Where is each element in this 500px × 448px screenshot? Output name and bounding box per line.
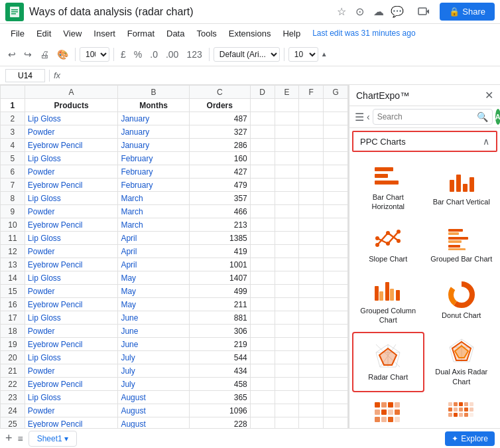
move-icon[interactable]: ⊙ xyxy=(353,4,367,19)
cloud-icon[interactable]: ☁ xyxy=(371,4,387,19)
cell-g22[interactable] xyxy=(324,378,348,391)
col-header-g[interactable]: G xyxy=(324,86,348,99)
cell-a22[interactable]: Eyebrow Pencil xyxy=(25,378,118,391)
table-row[interactable]: 25Eyebrow PencilAugust228 xyxy=(1,417,348,429)
cell-a25[interactable]: Eyebrow Pencil xyxy=(25,417,118,429)
cell-g17[interactable] xyxy=(324,311,348,325)
table-row[interactable]: 24PowderAugust1096 xyxy=(1,404,348,417)
cell-f6[interactable] xyxy=(299,165,324,179)
cell-g20[interactable] xyxy=(324,351,348,364)
cell-a21[interactable]: Powder xyxy=(25,364,118,378)
menu-format[interactable]: Format xyxy=(122,27,160,40)
font-size-select[interactable]: 10 xyxy=(288,47,318,62)
cell-b9[interactable]: March xyxy=(118,205,189,218)
table-row[interactable]: 6PowderFebruary427 xyxy=(1,165,348,179)
cell-a18[interactable]: Powder xyxy=(25,325,118,338)
cell-d2[interactable] xyxy=(250,112,275,125)
chart-item-dual-axis-radar-chart[interactable]: Dual Axis Radar Chart xyxy=(426,332,498,392)
cell-d11[interactable] xyxy=(250,232,275,245)
table-row[interactable]: 21PowderJuly434 xyxy=(1,364,348,378)
cell-g21[interactable] xyxy=(324,364,348,378)
cell-g7[interactable] xyxy=(324,179,348,192)
cell-c22[interactable]: 458 xyxy=(189,378,250,391)
percent-button[interactable]: % xyxy=(131,48,145,61)
cell-a3[interactable]: Powder xyxy=(25,125,118,139)
table-row[interactable]: 8Lip GlossMarch357 xyxy=(1,192,348,205)
redo-button[interactable]: ↪ xyxy=(21,48,34,61)
col-header-a[interactable]: A xyxy=(25,86,118,99)
chat-icon[interactable]: 💬 xyxy=(387,1,408,23)
cell-b10[interactable]: March xyxy=(118,218,189,232)
cell-e20[interactable] xyxy=(275,351,299,364)
cell-b15[interactable]: May xyxy=(118,285,189,298)
menu-help[interactable]: Help xyxy=(277,27,306,40)
font-select[interactable]: Default (Ari... xyxy=(214,47,280,62)
cell-d24[interactable] xyxy=(250,404,275,417)
format-num-button[interactable]: 123 xyxy=(184,48,204,61)
panel-menu-icon[interactable]: ☰ xyxy=(355,111,364,123)
cell-e18[interactable] xyxy=(275,325,299,338)
cell-g24[interactable] xyxy=(324,404,348,417)
ppc-charts-header[interactable]: PPC Charts ∧ xyxy=(352,131,497,152)
cell-b23[interactable]: August xyxy=(118,391,189,404)
cell-e23[interactable] xyxy=(275,391,299,404)
col-header-f[interactable]: F xyxy=(299,86,324,99)
menu-file[interactable]: File xyxy=(5,27,30,40)
col-header-d[interactable]: D xyxy=(250,86,275,99)
panel-back-button[interactable]: ‹ xyxy=(367,112,370,122)
table-row[interactable]: 23Lip GlossAugust365 xyxy=(1,391,348,404)
cell-c16[interactable]: 211 xyxy=(189,298,250,311)
cell-c24[interactable]: 1096 xyxy=(189,404,250,417)
table-row[interactable]: 17Lip GlossJune881 xyxy=(1,311,348,325)
menu-extensions[interactable]: Extensions xyxy=(223,27,277,40)
cell-c4[interactable]: 286 xyxy=(189,139,250,152)
cell-g23[interactable] xyxy=(324,391,348,404)
cell-d22[interactable] xyxy=(250,378,275,391)
cell-c20[interactable]: 544 xyxy=(189,351,250,364)
cell-e2[interactable] xyxy=(275,112,299,125)
menu-insert[interactable]: Insert xyxy=(88,27,121,40)
cell-b12[interactable]: April xyxy=(118,245,189,258)
cell-e11[interactable] xyxy=(275,232,299,245)
cell-a12[interactable]: Powder xyxy=(25,245,118,258)
cell-e9[interactable] xyxy=(275,205,299,218)
cell-c17[interactable]: 881 xyxy=(189,311,250,325)
cell-d23[interactable] xyxy=(250,391,275,404)
table-row[interactable]: 10Eyebrow PencilMarch213 xyxy=(1,218,348,232)
cell-a20[interactable]: Lip Gloss xyxy=(25,351,118,364)
cell-c10[interactable]: 213 xyxy=(189,218,250,232)
cell-c19[interactable]: 219 xyxy=(189,338,250,351)
cell-a7[interactable]: Eyebrow Pencil xyxy=(25,179,118,192)
cell-d1[interactable] xyxy=(250,99,275,112)
cell-e4[interactable] xyxy=(275,139,299,152)
cell-g12[interactable] xyxy=(324,245,348,258)
cell-f18[interactable] xyxy=(299,325,324,338)
cell-c11[interactable]: 1385 xyxy=(189,232,250,245)
cell-c7[interactable]: 479 xyxy=(189,179,250,192)
table-row[interactable]: 16Eyebrow PencilMay211 xyxy=(1,298,348,311)
table-row[interactable]: 11Lip GlossApril1385 xyxy=(1,232,348,245)
cell-e17[interactable] xyxy=(275,311,299,325)
cell-d4[interactable] xyxy=(250,139,275,152)
cell-f2[interactable] xyxy=(299,112,324,125)
table-row[interactable]: 1ProductsMonthsOrders xyxy=(1,99,348,112)
cell-e6[interactable] xyxy=(275,165,299,179)
cell-b4[interactable]: January xyxy=(118,139,189,152)
cell-f8[interactable] xyxy=(299,192,324,205)
col-header-c[interactable]: C xyxy=(189,86,250,99)
cell-a19[interactable]: Eyebrow Pencil xyxy=(25,338,118,351)
cell-f5[interactable] xyxy=(299,152,324,165)
cell-d5[interactable] xyxy=(250,152,275,165)
menu-edit[interactable]: Edit xyxy=(31,27,56,40)
cell-a6[interactable]: Powder xyxy=(25,165,118,179)
cell-d20[interactable] xyxy=(250,351,275,364)
add-sheet-button[interactable]: + xyxy=(5,431,13,445)
present-icon[interactable] xyxy=(413,1,434,23)
cell-g14[interactable] xyxy=(324,271,348,285)
cell-f1[interactable] xyxy=(299,99,324,112)
table-row[interactable]: 12PowderApril419 xyxy=(1,245,348,258)
cell-d9[interactable] xyxy=(250,205,275,218)
cell-g5[interactable] xyxy=(324,152,348,165)
cell-a4[interactable]: Eyebrow Pencil xyxy=(25,139,118,152)
cell-c9[interactable]: 466 xyxy=(189,205,250,218)
